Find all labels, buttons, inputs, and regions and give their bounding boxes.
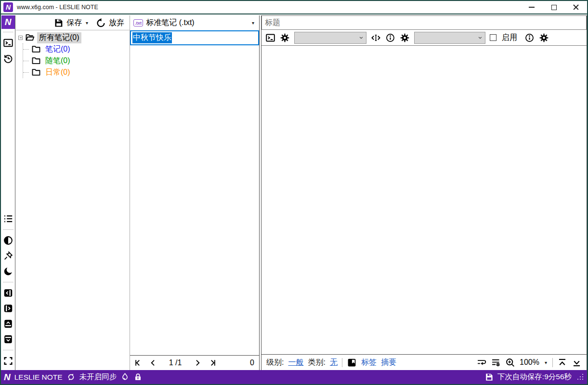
category-value-link[interactable]: 无 xyxy=(330,358,338,368)
previous-page-icon[interactable] xyxy=(148,358,158,368)
enable-label: 启用 xyxy=(502,33,517,43)
zoom-dropdown-caret-icon[interactable]: ▾ xyxy=(544,360,548,365)
titlebar: N www.x6g.com - LESLIE NOTE xyxy=(1,1,587,14)
zoom-in-icon[interactable] xyxy=(505,358,515,368)
info-icon[interactable] xyxy=(385,33,395,43)
level-value-link[interactable]: 一般 xyxy=(288,358,303,368)
zoom-level: 100% xyxy=(520,358,539,367)
tree-connector xyxy=(23,72,29,73)
summary-link[interactable]: 摘要 xyxy=(381,358,396,368)
note-type-caret-icon: ▾ xyxy=(251,20,255,26)
tree-row-essays[interactable]: 随笔(0) xyxy=(23,55,128,66)
save-dropdown-caret-icon[interactable]: ▾ xyxy=(85,20,89,26)
list-settings-icon[interactable] xyxy=(491,358,501,368)
terminal-icon[interactable] xyxy=(3,38,13,48)
note-content-area[interactable] xyxy=(261,46,587,354)
tree-row-daily[interactable]: 日常(0) xyxy=(23,66,128,78)
first-page-icon[interactable] xyxy=(134,358,144,368)
tree-row-notes[interactable]: 笔记(0) xyxy=(23,43,128,55)
collapse-down-panel-icon[interactable] xyxy=(3,334,13,345)
app-logo-icon: N xyxy=(4,372,11,383)
app-name: LESLIE NOTE xyxy=(14,373,63,382)
divider xyxy=(3,350,13,350)
editor-dropdown-1[interactable] xyxy=(294,32,366,44)
undo-icon xyxy=(96,18,106,28)
tree-label[interactable]: 随笔(0) xyxy=(43,55,72,66)
divider xyxy=(552,358,553,367)
pin-icon[interactable] xyxy=(3,251,13,261)
scroll-to-top-icon[interactable] xyxy=(557,358,567,368)
editor-dropdown-2[interactable] xyxy=(414,32,485,44)
page-indicator: 1 /1 xyxy=(163,358,188,367)
maximize-button[interactable] xyxy=(543,1,565,13)
discard-button[interactable]: 放弃 xyxy=(109,18,124,28)
tree-connector xyxy=(23,61,29,61)
tree-label[interactable]: 所有笔记(0) xyxy=(37,32,81,43)
note-count: 0 xyxy=(250,358,254,367)
folder-icon xyxy=(31,67,41,77)
note-type-value: 标准笔记 (.txt) xyxy=(146,18,248,28)
folder-icon xyxy=(31,56,41,66)
contrast-icon[interactable] xyxy=(3,235,13,246)
minimize-icon xyxy=(529,7,535,8)
bookmark-icon[interactable] xyxy=(347,358,357,368)
note-type-dropdown[interactable]: .txt 标准笔记 (.txt) ▾ xyxy=(130,15,259,30)
folder-icon xyxy=(31,44,41,54)
tree-collapse-toggle[interactable] xyxy=(18,36,23,40)
last-page-icon[interactable] xyxy=(207,358,217,368)
dark-mode-moon-icon[interactable] xyxy=(3,266,13,277)
collapse-up-panel-icon[interactable] xyxy=(3,319,13,329)
app-logo-icon[interactable]: N xyxy=(1,15,15,29)
panel-divider xyxy=(259,15,260,370)
gear-icon[interactable] xyxy=(539,33,549,43)
title-placeholder: 标题 xyxy=(265,18,280,28)
category-label: 类别: xyxy=(308,358,325,368)
gear-icon[interactable] xyxy=(280,33,290,43)
save-button[interactable]: 保存 xyxy=(66,18,82,28)
resize-grip[interactable] xyxy=(577,374,584,381)
list-pagination: 1 /1 0 xyxy=(130,355,259,370)
list-icon[interactable] xyxy=(3,213,13,224)
divider xyxy=(342,358,342,367)
lock-icon[interactable] xyxy=(133,372,143,382)
divider xyxy=(3,282,13,282)
window-title: www.x6g.com - LESLIE NOTE xyxy=(17,4,98,11)
cursor-tag-icon[interactable] xyxy=(371,33,381,43)
autosave-icon xyxy=(484,372,494,382)
close-icon xyxy=(573,4,579,10)
next-page-icon[interactable] xyxy=(193,358,202,368)
chevron-down-icon xyxy=(477,34,483,41)
title-input[interactable]: 标题 xyxy=(261,15,587,30)
scroll-to-bottom-icon[interactable] xyxy=(572,358,582,368)
word-wrap-icon[interactable] xyxy=(476,358,486,368)
tree-label[interactable]: 笔记(0) xyxy=(43,44,72,55)
divider xyxy=(3,229,13,230)
app-window: N www.x6g.com - LESLIE NOTE N xyxy=(0,0,588,385)
tree-label[interactable]: 日常(0) xyxy=(43,67,72,78)
enable-checkbox[interactable] xyxy=(490,34,497,41)
collapse-left-panel-icon[interactable] xyxy=(3,288,13,298)
close-button[interactable] xyxy=(565,1,587,13)
history-icon[interactable] xyxy=(3,53,13,64)
editor-toolbar: 启用 xyxy=(261,30,587,46)
editor-meta-bar: 级别: 一般 类别: 无 标签 摘要 100% ▾ xyxy=(261,354,587,370)
info-icon[interactable] xyxy=(524,33,535,43)
minimize-button[interactable] xyxy=(521,1,543,13)
chevron-down-icon xyxy=(358,34,365,41)
level-label: 级别: xyxy=(266,358,284,368)
sync-icon[interactable] xyxy=(66,372,76,382)
note-title-edit-field[interactable]: 中秋节快乐 xyxy=(130,30,259,45)
divider xyxy=(3,32,13,32)
flame-icon[interactable] xyxy=(120,372,130,382)
tags-link[interactable]: 标签 xyxy=(361,358,377,368)
terminal-icon[interactable] xyxy=(265,33,275,43)
maximize-icon xyxy=(551,5,557,10)
gear-icon[interactable] xyxy=(400,33,410,43)
folder-tree: 所有笔记(0) 笔记(0) 随笔(0) xyxy=(18,32,128,78)
panel-divider xyxy=(130,15,130,370)
fullscreen-icon[interactable] xyxy=(3,356,13,366)
collapse-right-panel-icon[interactable] xyxy=(3,303,13,314)
txt-file-icon: .txt xyxy=(133,19,143,27)
sync-status[interactable]: 未开启同步 xyxy=(79,372,117,382)
tree-row-all-notes[interactable]: 所有笔记(0) xyxy=(18,32,128,43)
